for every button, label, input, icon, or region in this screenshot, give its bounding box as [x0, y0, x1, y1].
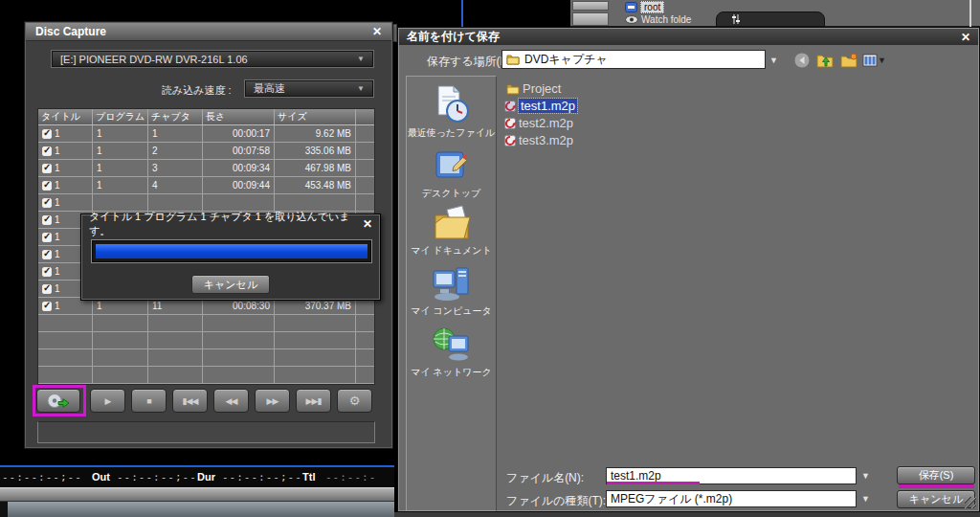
chevron-down-icon[interactable]: ▼	[861, 494, 870, 504]
prev-button[interactable]: ▮◀◀	[172, 389, 208, 413]
out-label: Out	[92, 471, 110, 483]
cell-program	[93, 315, 148, 331]
table-row[interactable]	[38, 315, 374, 332]
capture-status-strip	[37, 421, 375, 443]
my-documents-icon	[432, 204, 472, 242]
up-one-level-button[interactable]	[815, 51, 835, 69]
read-speed-select[interactable]: 最高速 ▼	[245, 80, 373, 97]
close-icon[interactable]: ✕	[363, 217, 372, 231]
drive-select[interactable]: [E:] PIONEER DVD-RW DVR-216L 1.06 ▼	[52, 51, 373, 67]
column-header-chapter[interactable]: チャプタ	[148, 109, 203, 124]
progress-dialog-titlebar[interactable]: タイトル 1 プログラム 1 チャプタ 1 を取り込んでいます。 ✕	[83, 216, 378, 231]
file-list[interactable]: Project test1.m2p test2.m2p test3.m2p	[500, 76, 972, 485]
cell-length	[203, 367, 275, 383]
cell-spacer	[356, 332, 374, 348]
table-row[interactable]	[38, 349, 374, 367]
sidebar-item-my-network[interactable]: マイ ネットワーク	[407, 326, 496, 379]
file-name: test1.m2p	[519, 99, 577, 113]
window-title: Disc Capture	[35, 25, 106, 38]
list-item-folder[interactable]: Project	[506, 80, 561, 97]
checkbox[interactable]	[42, 284, 52, 294]
sidebar-item-my-computer[interactable]: マイ コンピュータ	[407, 266, 496, 318]
sidebar-item-label: マイ ネットワーク	[411, 366, 491, 379]
cell-chapter: 4	[148, 177, 203, 193]
sidebar-item-recent-files[interactable]: 最近使ったファイル	[407, 84, 496, 140]
media-file-icon	[504, 101, 516, 112]
save-dialog-titlebar[interactable]: 名前を付けて保存 ✕	[399, 29, 978, 45]
timeline-cursor-line	[461, 0, 463, 27]
list-item-file[interactable]: test1.m2p	[504, 98, 577, 114]
sidebar-item-my-documents[interactable]: マイ ドキュメント	[407, 204, 496, 258]
checkbox[interactable]	[42, 267, 52, 277]
table-row[interactable]: 1 1 2 00:07:58 335.06 MB	[38, 143, 374, 160]
table-row[interactable]: 1 1 4 00:09:44 453.48 MB	[38, 177, 374, 194]
checkbox[interactable]	[42, 215, 52, 225]
cancel-button[interactable]: キャンセル	[897, 490, 975, 508]
table-row[interactable]: 1 1 3 00:09:34 467.98 MB	[38, 160, 374, 177]
list-item-file[interactable]: test2.m2p	[504, 115, 573, 131]
desktop-icon	[433, 146, 471, 185]
out-timecode: --:--:--;--	[117, 471, 197, 483]
play-button[interactable]: ▶	[90, 389, 125, 413]
column-header-program[interactable]: プログラム	[93, 109, 148, 124]
tree-item-root[interactable]: root	[625, 1, 664, 13]
forward-button[interactable]: ▶▶	[255, 389, 290, 413]
status-bar	[0, 487, 394, 502]
file-name: Project	[523, 81, 561, 96]
new-folder-button[interactable]	[839, 51, 858, 69]
background-toolbar-button[interactable]	[572, 1, 609, 11]
close-icon[interactable]: ✕	[372, 25, 382, 38]
cell-size: 453.48 MB	[275, 177, 356, 193]
skip-end-icon: ▶▶▮	[306, 396, 322, 406]
cell-chapter	[148, 315, 203, 331]
cell-program	[93, 332, 148, 348]
view-menu-button[interactable]	[860, 51, 880, 69]
background-toolbar-button[interactable]	[572, 12, 609, 26]
table-row[interactable]: 1 1 1 00:00:17 9.62 MB	[38, 125, 374, 143]
checkbox[interactable]	[42, 129, 52, 139]
checkbox[interactable]	[42, 233, 52, 242]
cell-length	[203, 194, 275, 211]
table-row[interactable]	[38, 332, 374, 349]
filetype-select[interactable]	[606, 490, 857, 507]
next-button[interactable]: ▶▶▮	[296, 389, 331, 413]
column-header-title[interactable]: タイトル	[38, 109, 93, 124]
table-row[interactable]	[38, 367, 374, 384]
checkbox[interactable]	[42, 181, 52, 191]
chevron-down-icon[interactable]: ▼	[769, 56, 778, 65]
chevron-down-icon[interactable]: ▼	[878, 56, 886, 65]
disc-capture-titlebar[interactable]: Disc Capture ✕	[26, 23, 391, 41]
cell-length: 00:07:58	[203, 143, 275, 159]
column-header-length[interactable]: 長さ	[203, 109, 275, 124]
chapter-table-header[interactable]: タイトル プログラム チャプタ 長さ サイズ	[38, 109, 374, 125]
resize-grip[interactable]	[965, 497, 976, 508]
background-tab[interactable]	[716, 11, 825, 27]
list-item-file[interactable]: test3.m2p	[504, 132, 573, 148]
cell-spacer	[356, 349, 374, 366]
checkbox[interactable]	[42, 164, 52, 173]
chevron-down-icon[interactable]: ▼	[861, 471, 870, 481]
cell-spacer	[356, 367, 374, 383]
sidebar-item-desktop[interactable]: デスクトップ	[407, 146, 496, 200]
settings-button[interactable]: ⚙	[337, 389, 372, 413]
cell-title: 1	[55, 214, 60, 225]
column-header-size[interactable]: サイズ	[275, 109, 356, 124]
checkbox[interactable]	[42, 250, 52, 259]
checkbox[interactable]	[42, 302, 52, 311]
cancel-button[interactable]: キャンセル	[191, 275, 270, 294]
stop-button[interactable]: ■	[131, 389, 167, 413]
tree-item-watch-folder[interactable]: Watch folde	[625, 14, 691, 25]
cell-spacer	[356, 315, 374, 331]
read-speed-value: 最高速	[254, 81, 285, 96]
cell-length	[203, 349, 275, 366]
save-location-select[interactable]: DVDキャプチャ	[501, 50, 766, 69]
close-icon[interactable]: ✕	[961, 31, 970, 44]
dur-timecode: --:--:--;--	[222, 471, 302, 483]
rewind-button[interactable]: ◀◀	[213, 389, 249, 413]
checkbox[interactable]	[42, 198, 52, 208]
cell-title: 1	[55, 301, 60, 311]
checkbox[interactable]	[42, 146, 52, 156]
save-button[interactable]: 保存(S)	[897, 466, 975, 484]
back-button[interactable]	[792, 51, 812, 69]
cell-title: 1	[55, 249, 60, 259]
